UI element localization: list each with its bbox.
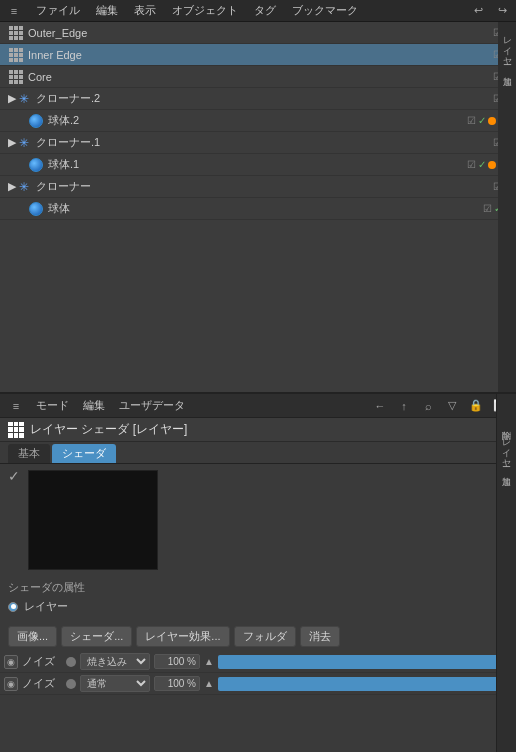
opacity-input[interactable]: [154, 676, 200, 691]
layer-item[interactable]: Core ☑ ✓: [0, 66, 516, 88]
tag-dot-orange: [488, 117, 496, 125]
side-tab-layer[interactable]: レイヤー: [499, 26, 516, 64]
panel-title: レイヤー シェーダ [レイヤー]: [30, 421, 187, 438]
filter-btn[interactable]: ▽: [442, 397, 462, 415]
cloner-icon: ✳: [16, 135, 32, 151]
progress-bar: [218, 677, 512, 691]
effect-name: ノイズ: [22, 676, 62, 691]
properties-title: シェーダの属性: [8, 580, 508, 595]
mode-menu[interactable]: モード: [32, 398, 73, 413]
userdata-menu[interactable]: ユーザデータ: [115, 398, 189, 413]
layer-type-icon: [8, 25, 24, 41]
layer-type-icon: [8, 69, 24, 85]
layer-name: 球体.2: [48, 113, 467, 128]
folder-btn[interactable]: フォルダ: [234, 626, 296, 647]
layer-item[interactable]: ▶ ✳ クローナー ☑ ✓: [0, 176, 516, 198]
menu-bookmark[interactable]: ブックマーク: [288, 3, 362, 18]
opacity-input[interactable]: [154, 654, 200, 669]
progress-fill: [218, 655, 512, 669]
delete-btn[interactable]: 消去: [300, 626, 340, 647]
menu-object[interactable]: オブジェクト: [168, 3, 242, 18]
radio-row: レイヤー: [8, 599, 508, 614]
layer-item[interactable]: ▶ ✳ クローナー.1 ☑ ✓: [0, 132, 516, 154]
tag-dot-orange: [488, 161, 496, 169]
menu-view[interactable]: 表示: [130, 3, 160, 18]
radio-button[interactable]: [8, 602, 18, 612]
layer-name: クローナー.1: [36, 135, 493, 150]
properties-section: シェーダの属性 レイヤー: [0, 576, 516, 622]
expand-arrow[interactable]: ▶: [8, 180, 16, 193]
side-tab-add[interactable]: 追加: [499, 66, 516, 74]
effect-dot[interactable]: [66, 657, 76, 667]
checkbox-icon[interactable]: ☑: [467, 115, 476, 126]
sphere-icon: [28, 157, 44, 173]
expand-arrow[interactable]: ▶: [8, 92, 16, 105]
hamburger-icon[interactable]: ≡: [6, 397, 26, 415]
undo-icon[interactable]: ↩: [468, 2, 488, 20]
layer-panel-right-strip: レイヤー 追加: [498, 22, 516, 412]
shader-btn[interactable]: シェーダ...: [61, 626, 132, 647]
visible-check[interactable]: ✓: [478, 115, 486, 126]
buttons-row: 画像... シェーダ... レイヤー効果... フォルダ 消去: [0, 622, 516, 651]
layer-type-icon: [8, 47, 24, 63]
arrow-left-btn[interactable]: ←: [370, 397, 390, 415]
search-btn[interactable]: ⌕: [418, 397, 438, 415]
edit-menu[interactable]: 編集: [79, 398, 109, 413]
effect-row-1: ◉ ノイズ 焼き込み 通常 乗算 ▲: [0, 651, 516, 673]
effect-eye-btn[interactable]: ◉: [4, 677, 18, 691]
cloner-icon: ✳: [16, 91, 32, 107]
effect-dot[interactable]: [66, 679, 76, 689]
redo-icon[interactable]: ↪: [492, 2, 512, 20]
layer-name: クローナー.2: [36, 91, 493, 106]
layer-item[interactable]: 球体.2 ☑ ✓: [0, 110, 516, 132]
tabs-row: 基本 シェーダ: [0, 442, 516, 464]
tab-basic[interactable]: 基本: [8, 444, 50, 463]
menu-bar: ≡ ファイル 編集 表示 オブジェクト タグ ブックマーク ↩ ↪: [0, 0, 516, 22]
blend-mode-select[interactable]: 焼き込み 通常 乗算: [80, 653, 150, 670]
layer-item[interactable]: ▶ ✳ クローナー.2 ☑ ✓: [0, 88, 516, 110]
tab-shader[interactable]: シェーダ: [52, 444, 116, 463]
preview-canvas: [28, 470, 158, 570]
layer-item[interactable]: Inner Edge ☑ ✓: [0, 44, 516, 66]
layer-item[interactable]: Outer_Edge ☑ ✓: [0, 22, 516, 44]
lock-btn[interactable]: 🔒: [466, 397, 486, 415]
expand-arrow[interactable]: ▶: [8, 136, 16, 149]
layer-name: Core: [28, 71, 493, 83]
radio-label: レイヤー: [24, 599, 68, 614]
menu-edit[interactable]: 編集: [92, 3, 122, 18]
expand-indicator[interactable]: ✓: [0, 464, 20, 484]
menu-file[interactable]: ファイル: [32, 3, 84, 18]
spin-up[interactable]: ▲: [204, 678, 214, 689]
visible-check[interactable]: ✓: [478, 159, 486, 170]
layer-panel: Outer_Edge ☑ ✓ Inner Edge ☑ ✓: [0, 22, 516, 412]
checkbox-icon[interactable]: ☑: [467, 159, 476, 170]
layer-name: 球体.1: [48, 157, 467, 172]
blend-mode-select[interactable]: 通常 焼き込み 乗算: [80, 675, 150, 692]
layer-name: Inner Edge: [28, 49, 493, 61]
strip-label-layer[interactable]: レイヤー: [500, 432, 513, 462]
effect-name: ノイズ: [22, 654, 62, 669]
progress-fill: [218, 677, 512, 691]
layer-name: 球体: [48, 201, 483, 216]
layer-item[interactable]: 球体 ☑ ✓: [0, 198, 516, 220]
effect-row-2: ◉ ノイズ 通常 焼き込み 乗算 ▲: [0, 673, 516, 695]
bottom-panel: ≡ モード 編集 ユーザデータ ← ↑ ⌕ ▽ 🔒 ⬜ レイヤー シェーダ [レ…: [0, 392, 516, 752]
layer-effect-btn[interactable]: レイヤー効果...: [136, 626, 229, 647]
hamburger-icon[interactable]: ≡: [4, 2, 24, 20]
sphere-icon: [28, 113, 44, 129]
sphere-icon: [28, 201, 44, 217]
layer-item[interactable]: 球体.1 ☑ ✓: [0, 154, 516, 176]
radio-dot: [11, 604, 16, 609]
toolbar-right: ← ↑ ⌕ ▽ 🔒 ⬜: [370, 397, 510, 415]
panel-title-row: レイヤー シェーダ [レイヤー]: [0, 418, 516, 442]
checkbox-icon[interactable]: ☑: [483, 203, 492, 214]
arrow-up-btn[interactable]: ↑: [394, 397, 414, 415]
cloner-icon: ✳: [16, 179, 32, 195]
menu-tag[interactable]: タグ: [250, 3, 280, 18]
layer-name: クローナー: [36, 179, 493, 194]
effect-eye-btn[interactable]: ◉: [4, 655, 18, 669]
spin-up[interactable]: ▲: [204, 656, 214, 667]
layer-name: Outer_Edge: [28, 27, 493, 39]
image-btn[interactable]: 画像...: [8, 626, 57, 647]
bottom-panel-right-strip: 削除 レイヤー 追加: [496, 394, 516, 752]
